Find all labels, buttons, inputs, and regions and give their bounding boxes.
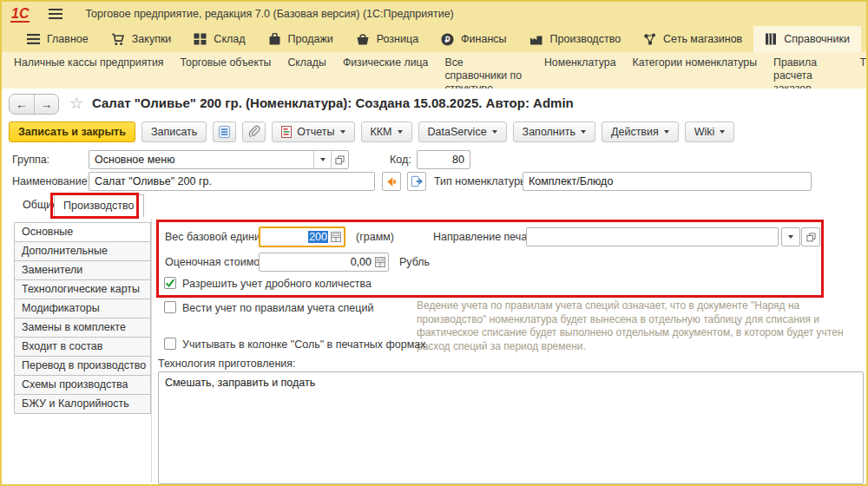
menu-item-spravochniki[interactable]: Справочники — [753, 26, 861, 52]
list-icon — [218, 125, 231, 139]
menu-item-proizvodstvo[interactable]: Производство — [518, 26, 633, 52]
fractional-checkbox-label[interactable]: Разрешить учет дробного количества — [182, 278, 372, 290]
tech-value: Смешать, заправить и подать — [165, 377, 315, 389]
move-left-button[interactable] — [382, 172, 401, 191]
sidebar-item-zameny[interactable]: Замены в комплекте — [14, 318, 151, 338]
forward-button[interactable]: → — [34, 95, 58, 114]
submenu-item[interactable]: Наличные кассы предприятия — [14, 56, 164, 89]
menu-item-roznica[interactable]: Розница — [345, 26, 430, 52]
pallet-grid-icon — [194, 33, 207, 45]
menu-item-finansy[interactable]: ₽ Финансы — [430, 26, 517, 52]
submenu-item[interactable]: Правила расчета заказов поставщикам — [773, 56, 843, 89]
document-title: Салат "Оливье" 200 гр. (Номенклатура): С… — [92, 95, 574, 110]
tech-textarea[interactable]: Смешать, заправить и подать — [158, 371, 864, 484]
calculator-icon[interactable] — [375, 257, 385, 267]
calculator-icon[interactable] — [331, 232, 341, 242]
print-direction-dropdown-button[interactable] — [781, 227, 800, 246]
report-doc-icon — [281, 126, 292, 138]
menu-label: Справочники — [784, 33, 850, 45]
chevron-down-icon — [788, 235, 793, 239]
sidebar-item-zameniteli[interactable]: Заменители — [14, 260, 151, 280]
favorite-star-icon[interactable]: ☆ — [69, 95, 83, 112]
sidebar-divider — [151, 219, 152, 483]
name-label: Наименование: — [12, 175, 90, 187]
salt-column-checkbox[interactable] — [164, 338, 176, 350]
sidebar-item-tehkarty[interactable]: Технологические карты — [14, 279, 151, 299]
submenu-item[interactable]: Все справочники по структуре предприятия — [444, 56, 528, 89]
print-direction-open-button[interactable] — [801, 227, 820, 246]
sidebar-item-perevod[interactable]: Перевод в производство — [14, 356, 151, 376]
group-value: Основное меню — [89, 151, 313, 168]
tech-label: Технология приготовления: — [158, 358, 296, 370]
weight-field[interactable]: 200 — [259, 227, 345, 247]
menu-item-zakupki[interactable]: Закупки — [100, 26, 183, 52]
submenu-item-truncated[interactable]: Т — [859, 56, 866, 89]
spices-checkbox-label[interactable]: Вести учет по правилам учета специй — [182, 302, 373, 314]
menu-item-glavnoe[interactable]: Главное — [16, 26, 100, 52]
back-button[interactable]: ← — [10, 95, 34, 114]
main-menu-icon[interactable] — [49, 9, 62, 19]
submenu-item[interactable]: Склады — [287, 56, 326, 89]
reference-book-icon — [765, 33, 777, 45]
wiki-dropdown-button[interactable]: Wiki — [685, 122, 735, 142]
cost-field[interactable]: 0,00 — [259, 253, 389, 272]
chevron-down-icon — [320, 158, 326, 161]
sidebar-item-shemy[interactable]: Схемы производства блюд — [14, 375, 151, 395]
menu-item-prodazhi[interactable]: Продажи — [257, 26, 345, 52]
ruble-circle-icon: ₽ — [441, 33, 454, 46]
wiki-label: Wiki — [694, 126, 715, 138]
basket-icon — [356, 33, 370, 45]
fill-dropdown-button[interactable]: Заполнить — [513, 122, 595, 142]
dataservice-label: DataService — [428, 126, 487, 138]
weight-value: 200 — [308, 231, 328, 243]
window-title: Торговое предприятие, редакция 7.0 (Базо… — [85, 8, 453, 20]
cost-currency-label: Рубль — [399, 256, 430, 268]
actions-dropdown-button[interactable]: Действия — [602, 122, 679, 142]
nav-history-group: ← → — [9, 94, 59, 115]
copy-doc-icon — [411, 175, 424, 187]
submenu-item[interactable]: Номенклатура — [544, 56, 616, 89]
print-direction-field[interactable] — [526, 227, 779, 246]
briefcase-icon — [268, 33, 281, 45]
sidebar-item-osnovnye[interactable]: Основные — [14, 222, 151, 242]
submenu-item[interactable]: Торговые объекты — [181, 56, 272, 89]
type-value: Комплект/Блюдо — [529, 175, 613, 187]
copy-item-button[interactable] — [407, 172, 426, 191]
type-field[interactable]: Комплект/Блюдо — [523, 172, 812, 191]
tab-production[interactable]: Производство — [54, 194, 144, 217]
code-field[interactable]: 80 — [417, 150, 470, 169]
kkm-dropdown-button[interactable]: ККМ — [361, 122, 412, 142]
sidebar-item-vhodit[interactable]: Входит в состав — [14, 337, 151, 357]
save-button[interactable]: Записать — [141, 122, 207, 142]
fractional-checkbox[interactable] — [164, 277, 176, 289]
menu-item-otchety[interactable]: Отчеты — [861, 26, 868, 52]
move-left-icon — [385, 176, 398, 187]
weight-unit-label: (грамм) — [356, 231, 394, 243]
tab-production-label: Производство — [63, 200, 135, 212]
section-menu: Главное Закупки Склад Продажи Розница ₽ … — [2, 26, 866, 52]
spices-checkbox[interactable] — [164, 301, 176, 313]
menu-item-sklad[interactable]: Склад — [182, 26, 256, 52]
submenu-item[interactable]: Категории номенклатуры — [633, 56, 758, 89]
save-and-close-button[interactable]: Записать и закрыть — [9, 122, 135, 142]
submenu-item[interactable]: Физические лица — [343, 56, 429, 89]
group-field[interactable]: Основное меню — [89, 150, 349, 169]
sidebar-item-modifikatory[interactable]: Модификаторы — [14, 299, 151, 319]
sidebar-item-bju[interactable]: БЖУ и Калорийность — [14, 394, 151, 414]
menu-item-set-magazinov[interactable]: Сеть магазинов — [632, 26, 753, 52]
name-field[interactable]: Салат "Оливье" 200 гр. — [89, 172, 375, 191]
network-icon — [643, 33, 656, 45]
chevron-down-icon — [720, 130, 725, 134]
structure-list-button[interactable] — [213, 122, 236, 142]
1c-logo: 1С — [10, 6, 30, 23]
group-dropdown-button[interactable] — [313, 151, 331, 168]
fill-label: Заполнить — [523, 126, 575, 138]
dataservice-dropdown-button[interactable]: DataService — [418, 122, 507, 142]
menu-label: Главное — [47, 33, 89, 45]
chevron-down-icon — [492, 130, 497, 134]
group-open-button[interactable] — [331, 151, 348, 168]
reports-dropdown-button[interactable]: Отчеты — [272, 122, 354, 142]
attachments-button[interactable] — [242, 122, 266, 142]
salt-column-checkbox-label[interactable]: Учитывать в колонке "Соль" в печатных фо… — [182, 338, 426, 351]
sidebar-item-dop-pokazateli[interactable]: Дополнительные показатели — [14, 241, 151, 261]
